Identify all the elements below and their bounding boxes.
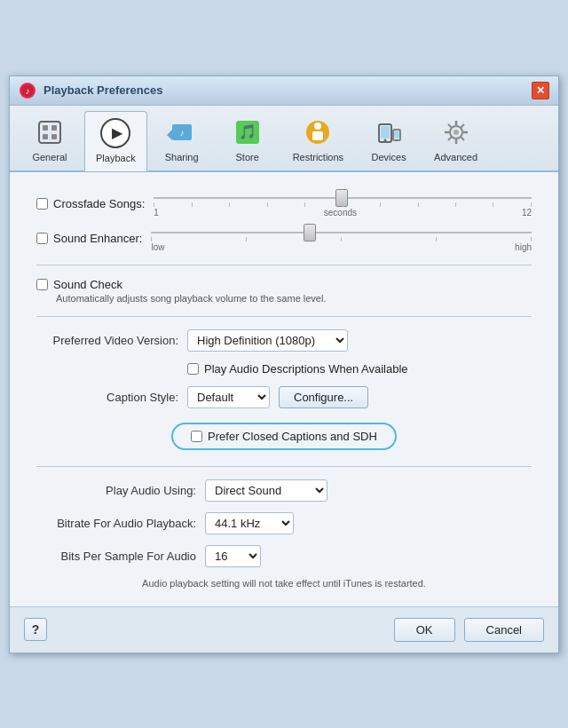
store-icon: 🎵 [232,116,264,148]
playback-label: Playback [96,153,136,163]
advanced-label: Advanced [434,152,477,162]
sound-enhancer-slider-container: low high [151,225,532,252]
svg-point-18 [384,138,387,141]
help-button[interactable]: ? [24,618,47,641]
title-bar: ♪ Playback Preferences ✕ [10,76,558,106]
sound-enhancer-checkbox-label[interactable]: Sound Enhancer: [36,232,142,245]
play-audio-using-row: Play Audio Using: Direct Sound Windows A… [36,479,532,502]
caption-style-row: Caption Style: Default Custom Configure.… [36,386,532,408]
crossfade-slider-labels: 1 seconds 12 [154,208,532,218]
sound-enhancer-slider-line [151,232,532,233]
closed-captions-label[interactable]: Prefer Closed Captions and SDH [191,430,377,443]
bits-per-sample-select[interactable]: 16 24 32 [205,545,261,567]
crossfade-mid-label: seconds [324,208,357,218]
svg-rect-7 [51,134,57,139]
sharing-icon: ♪ [166,116,198,148]
preferred-video-select[interactable]: High Definition (1080p) High Definition … [187,329,348,352]
bitrate-select[interactable]: 44.1 kHz 48 kHz 96 kHz [205,512,294,534]
bits-per-sample-label: Bits Per Sample For Audio [36,550,196,563]
window-title: Playback Preferences [43,83,162,97]
svg-line-29 [461,137,464,140]
sharing-label: Sharing [165,152,199,162]
advanced-icon [440,116,472,148]
toolbar-item-store[interactable]: 🎵 Store [217,111,279,170]
svg-point-14 [314,123,321,130]
svg-rect-20 [394,131,399,138]
preferred-video-row: Preferred Video Version: High Definition… [36,329,532,352]
crossfade-checkbox-label[interactable]: Crossfade Songs: [36,197,145,210]
audio-descriptions-label[interactable]: Play Audio Descriptions When Available [187,362,408,376]
crossfade-row: Crossfade Songs: [36,190,532,218]
crossfade-slider-line [154,197,532,199]
crossfade-min-label: 1 [154,208,159,218]
toolbar-item-general[interactable]: General [19,111,81,170]
audio-descriptions-checkbox[interactable] [187,363,199,375]
audio-descriptions-text: Play Audio Descriptions When Available [204,362,408,376]
bitrate-row: Bitrate For Audio Playback: 44.1 kHz 48 … [36,512,532,534]
bits-per-sample-row: Bits Per Sample For Audio 16 24 32 [36,545,532,567]
devices-label: Devices [372,152,406,162]
caption-style-select[interactable]: Default Custom [187,386,270,408]
content-area: Crossfade Songs: [10,172,558,606]
sound-check-checkbox[interactable] [36,279,48,290]
sound-enhancer-slider-labels: low high [151,242,532,252]
divider-2 [36,316,532,317]
svg-rect-6 [43,134,48,139]
svg-point-23 [454,130,459,135]
cancel-button[interactable]: Cancel [464,618,544,642]
crossfade-checkbox[interactable] [36,198,48,210]
playback-icon: ▶ [99,117,131,149]
ok-button[interactable]: OK [394,618,455,642]
toolbar-item-advanced[interactable]: Advanced [423,111,488,170]
itunes-icon: ♪ [19,82,36,99]
closed-captions-checkbox[interactable] [191,431,202,442]
bitrate-label: Bitrate For Audio Playback: [36,517,196,530]
svg-text:♪: ♪ [26,86,30,96]
toolbar: General ▶ Playback ♪ Sharing [10,106,558,172]
sound-enhancer-checkbox[interactable] [36,233,48,244]
audio-note: Audio playback setting will not take eff… [36,578,532,589]
sound-enhancer-label: Sound Enhancer: [53,232,142,245]
bottom-bar: ? OK Cancel [10,606,558,653]
sound-check-section: Sound Check Automatically adjusts song p… [36,278,532,304]
svg-rect-5 [51,125,57,131]
svg-text:🎵: 🎵 [239,123,256,140]
caption-style-label: Caption Style: [36,391,178,404]
restrictions-label: Restrictions [293,152,343,162]
toolbar-item-devices[interactable]: Devices [358,111,420,170]
configure-button[interactable]: Configure... [279,386,368,408]
svg-rect-3 [39,122,60,143]
restrictions-icon [302,116,334,148]
svg-rect-4 [43,125,48,131]
svg-marker-9 [167,130,172,140]
sound-enhancer-low-label: low [151,242,164,252]
close-button[interactable]: ✕ [532,82,549,99]
sound-check-checkbox-label[interactable]: Sound Check [36,278,532,291]
svg-text:♪: ♪ [179,128,184,138]
toolbar-item-playback[interactable]: ▶ Playback [84,111,147,171]
audio-descriptions-row: Play Audio Descriptions When Available [187,362,532,376]
sound-enhancer-high-label: high [515,242,532,252]
sound-check-label: Sound Check [53,278,122,291]
closed-captions-highlight: Prefer Closed Captions and SDH [171,423,397,450]
divider-3 [36,466,532,467]
toolbar-item-restrictions[interactable]: Restrictions [282,111,354,170]
preferred-video-label: Preferred Video Version: [36,334,178,347]
svg-line-31 [448,137,452,140]
crossfade-slider-track [154,190,532,206]
svg-rect-15 [312,131,323,140]
closed-captions-text: Prefer Closed Captions and SDH [208,430,377,443]
bottom-right-buttons: OK Cancel [394,618,544,642]
svg-rect-17 [381,126,390,138]
toolbar-item-sharing[interactable]: ♪ Sharing [151,111,213,170]
divider-1 [36,265,532,265]
crossfade-label: Crossfade Songs: [53,197,145,210]
svg-line-30 [461,124,464,128]
devices-icon [373,116,405,148]
play-audio-using-select[interactable]: Direct Sound Windows Audio [205,479,327,502]
crossfade-slider-container: 1 seconds 12 [154,190,532,218]
sound-check-description: Automatically adjusts song playback volu… [56,293,532,304]
general-icon [34,116,66,148]
store-label: Store [235,152,258,162]
general-label: General [32,152,67,162]
